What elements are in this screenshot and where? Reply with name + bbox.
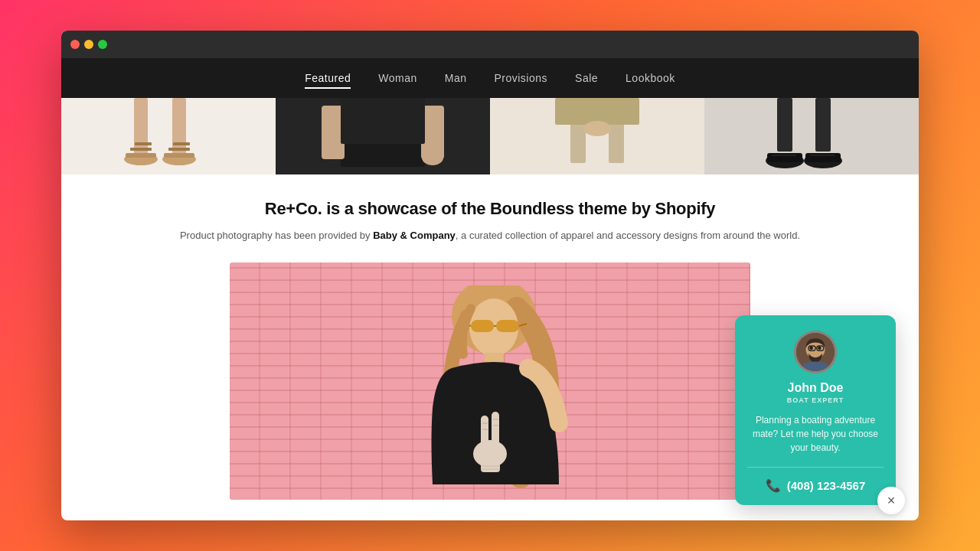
agent-name: John Doe — [788, 381, 844, 395]
svg-rect-24 — [805, 153, 841, 162]
hero-panel-3 — [490, 98, 704, 174]
traffic-light-yellow[interactable] — [84, 40, 93, 49]
svg-point-18 — [583, 121, 611, 136]
svg-rect-23 — [767, 153, 802, 162]
nav-item-featured[interactable]: Featured — [305, 69, 351, 89]
traffic-lights — [70, 40, 107, 49]
hero-image-4 — [704, 98, 919, 174]
hero-image-3 — [490, 98, 704, 174]
browser-content: Featured Woman Man Provisions Sale Lookb… — [61, 58, 919, 520]
agent-title: BOAT EXPERT — [787, 396, 844, 404]
hero-panel-1 — [61, 98, 276, 174]
browser-window: Featured Woman Man Provisions Sale Lookb… — [61, 31, 919, 520]
about-title: Re+Co. is a showcase of the Boundless th… — [77, 199, 903, 219]
about-description: Product photography has been provided by… — [77, 228, 903, 244]
svg-point-48 — [818, 346, 821, 349]
hero-strip — [61, 98, 919, 174]
svg-rect-8 — [135, 142, 152, 145]
svg-rect-1 — [172, 98, 186, 155]
svg-rect-37 — [492, 412, 499, 450]
svg-rect-30 — [496, 320, 519, 332]
feature-image-container — [230, 262, 750, 500]
chat-divider — [747, 467, 884, 468]
nav-items: Featured Woman Man Provisions Sale Lookb… — [305, 71, 675, 85]
hero-image-1 — [61, 98, 276, 174]
close-button[interactable]: × — [877, 487, 905, 514]
svg-rect-0 — [134, 98, 148, 155]
avatar-image — [796, 331, 835, 373]
hero-image-2 — [276, 98, 490, 174]
svg-rect-36 — [481, 416, 488, 450]
svg-rect-17 — [555, 98, 639, 125]
nav-item-woman[interactable]: Woman — [378, 69, 416, 87]
nav-item-lookbook[interactable]: Lookbook — [626, 69, 675, 87]
model-figure — [375, 285, 605, 500]
about-section: Re+Co. is a showcase of the Boundless th… — [61, 174, 919, 262]
svg-rect-7 — [168, 148, 190, 151]
agent-avatar — [794, 331, 837, 373]
phone-icon: 📞 — [766, 478, 781, 493]
svg-point-47 — [809, 346, 812, 349]
nav-item-man[interactable]: Man — [445, 69, 467, 87]
chat-widget[interactable]: John Doe BOAT EXPERT Planning a boating … — [735, 315, 896, 505]
browser-chrome — [61, 31, 919, 58]
nav-item-provisions[interactable]: Provisions — [494, 69, 547, 87]
svg-point-14 — [422, 150, 443, 165]
about-desc-before: Product photography has been provided by — [180, 230, 373, 241]
chat-phone[interactable]: 📞 (408) 123-4567 — [766, 478, 866, 493]
about-desc-after: , a curated collection of apparel and ac… — [456, 230, 800, 241]
svg-rect-29 — [471, 320, 494, 332]
svg-rect-42 — [481, 463, 500, 472]
nav-item-sale[interactable]: Sale — [575, 69, 598, 87]
traffic-light-red[interactable] — [70, 40, 80, 49]
svg-rect-20 — [815, 98, 831, 152]
phone-number: (408) 123-4567 — [787, 479, 866, 492]
svg-rect-5 — [164, 153, 194, 158]
chat-message: Planning a boating adventure mate? Let m… — [747, 413, 884, 455]
hero-panel-2 — [276, 98, 490, 174]
about-brand: Baby & Company — [373, 230, 456, 241]
hero-panel-4 — [704, 98, 919, 174]
traffic-light-green[interactable] — [98, 40, 107, 49]
svg-rect-6 — [130, 148, 152, 151]
svg-rect-19 — [777, 98, 792, 152]
svg-rect-13 — [341, 98, 425, 144]
svg-rect-4 — [126, 153, 156, 158]
feature-image — [230, 262, 750, 500]
navigation-bar: Featured Woman Man Provisions Sale Lookb… — [61, 58, 919, 98]
svg-rect-9 — [173, 142, 190, 145]
main-content: John Doe BOAT EXPERT Planning a boating … — [61, 262, 919, 520]
